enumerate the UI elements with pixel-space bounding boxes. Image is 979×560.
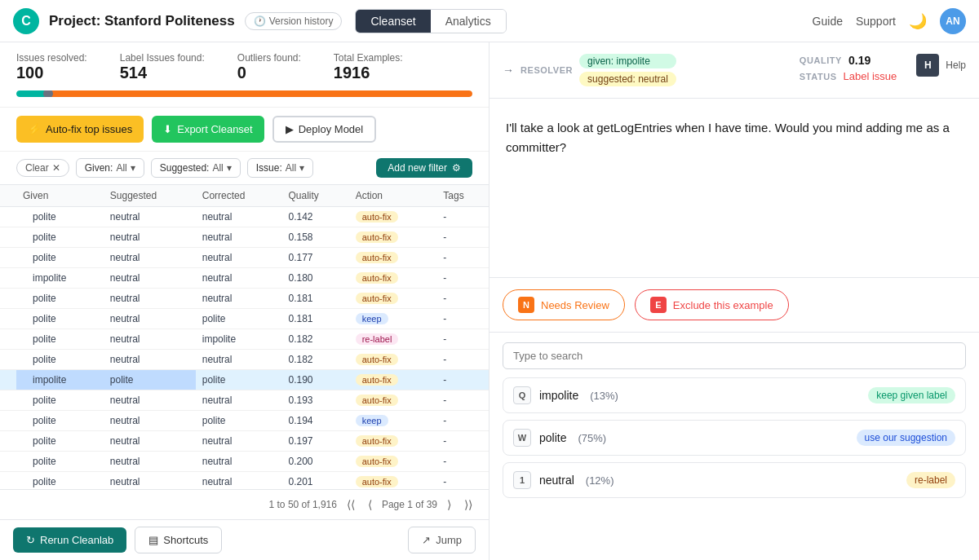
cell-given: impolite xyxy=(16,370,104,390)
autofix-label: Auto-fix top issues xyxy=(46,123,132,135)
label-option[interactable]: Q impolite (13%) keep given label xyxy=(503,377,966,413)
main-tabs: Cleanset Analytics xyxy=(355,9,506,33)
cell-suggested: polite xyxy=(104,370,196,390)
table-row[interactable]: impolite neutral neutral 0.180 auto-fix … xyxy=(0,268,489,289)
version-history-button[interactable]: 🕐 Version history xyxy=(245,12,343,30)
cell-quality: 0.181 xyxy=(282,289,349,309)
cell-corrected: polite xyxy=(196,309,282,329)
given-filter[interactable]: Given: All ▾ xyxy=(76,158,144,178)
row-index xyxy=(0,370,16,390)
row-index xyxy=(0,329,16,350)
cell-suggested: neutral xyxy=(104,390,196,411)
stat-outliers: Outliers found: 0 xyxy=(237,52,301,82)
deploy-button[interactable]: ▶ Deploy Model xyxy=(272,116,377,143)
cell-tags: - xyxy=(436,431,489,452)
export-label: Export Cleanset xyxy=(177,123,253,135)
table-row[interactable]: polite neutral neutral 0.181 auto-fix - xyxy=(0,289,489,309)
rerun-button[interactable]: ↻ Rerun Cleanlab xyxy=(13,527,126,553)
shortcuts-button[interactable]: ▤ Shortcuts xyxy=(135,527,222,553)
exclude-button[interactable]: E Exclude this example xyxy=(635,289,789,320)
col-action: Action xyxy=(349,185,437,207)
progress-marker xyxy=(43,90,53,97)
tab-analytics[interactable]: Analytics xyxy=(431,10,506,33)
jump-button[interactable]: ↗ Jump xyxy=(408,527,476,553)
cell-tags: - xyxy=(436,370,489,390)
export-button[interactable]: ⬇ Export Cleanset xyxy=(152,116,264,143)
rp-header: → RESOLVER given: impolite suggested: ne… xyxy=(490,42,979,99)
total-examples-label: Total Examples: xyxy=(334,52,403,64)
rp-quality: QUALITY 0.19 STATUS Label issue xyxy=(800,54,897,82)
table-row[interactable]: impolite polite polite 0.190 auto-fix - xyxy=(0,370,489,390)
cell-action: keep xyxy=(349,309,437,329)
resolver-label: RESOLVER xyxy=(521,65,573,75)
cell-suggested: neutral xyxy=(104,309,196,329)
cell-action: auto-fix xyxy=(349,452,437,472)
example-text: I'll take a look at getLogEntries when I… xyxy=(490,99,979,278)
table-row[interactable]: polite neutral impolite 0.182 re-label - xyxy=(0,329,489,350)
cell-tags: - xyxy=(436,390,489,411)
support-link[interactable]: Support xyxy=(856,15,896,28)
table-row[interactable]: polite neutral neutral 0.142 auto-fix - xyxy=(0,207,489,227)
data-table: Given Suggested Corrected Quality Action… xyxy=(0,185,489,489)
last-page-button[interactable]: ⟩⟩ xyxy=(461,496,476,513)
help-button[interactable]: H xyxy=(916,54,939,77)
issue-filter[interactable]: Issue: All ▾ xyxy=(247,158,313,178)
label-option[interactable]: W polite (75%) use our suggestion xyxy=(503,420,966,456)
cell-given: polite xyxy=(16,289,104,309)
table-row[interactable]: polite neutral neutral 0.201 auto-fix - xyxy=(0,472,489,490)
table-row[interactable]: polite neutral polite 0.194 keep - xyxy=(0,411,489,431)
autofix-button[interactable]: ⚡ Auto-fix top issues xyxy=(16,116,144,143)
row-index xyxy=(0,472,16,490)
cell-tags: - xyxy=(436,452,489,472)
action-badge: keep xyxy=(356,313,388,324)
cell-corrected: neutral xyxy=(196,390,282,411)
needs-review-label: Needs Review xyxy=(541,299,609,311)
row-index xyxy=(0,309,16,329)
action-badge: auto-fix xyxy=(356,395,398,406)
cell-tags: - xyxy=(436,329,489,350)
table-row[interactable]: polite neutral neutral 0.197 auto-fix - xyxy=(0,431,489,452)
chevron-down-icon2: ▾ xyxy=(227,162,232,174)
cell-tags: - xyxy=(436,289,489,309)
needs-review-key: N xyxy=(518,297,534,313)
version-history-label: Version history xyxy=(269,15,334,27)
action-badge: auto-fix xyxy=(356,374,398,386)
page-label: Page 1 of 39 xyxy=(382,499,437,510)
table-row[interactable]: polite neutral neutral 0.182 auto-fix - xyxy=(0,350,489,370)
cell-corrected: neutral xyxy=(196,268,282,289)
tab-cleanset[interactable]: Cleanset xyxy=(356,10,430,33)
first-page-button[interactable]: ⟨⟨ xyxy=(343,496,358,513)
next-page-button[interactable]: ⟩ xyxy=(444,496,454,513)
stats-bar: Issues resolved: 100 Label Issues found:… xyxy=(0,42,489,108)
actions-row: ⚡ Auto-fix top issues ⬇ Export Cleanset … xyxy=(0,108,489,152)
cell-corrected: neutral xyxy=(196,472,282,490)
label-left: W polite (75%) xyxy=(513,429,606,447)
avatar[interactable]: AN xyxy=(940,8,966,34)
col-tags: Tags xyxy=(436,185,489,207)
add-filter-button[interactable]: Add new filter ⚙ xyxy=(376,158,472,178)
table-row[interactable]: polite neutral neutral 0.193 auto-fix - xyxy=(0,390,489,411)
suggested-filter[interactable]: Suggested: All ▾ xyxy=(151,158,241,178)
action-badge: auto-fix xyxy=(356,293,398,304)
prev-page-button[interactable]: ⟨ xyxy=(365,496,375,513)
needs-review-button[interactable]: N Needs Review xyxy=(503,289,625,320)
dark-mode-toggle[interactable]: 🌙 xyxy=(909,12,927,30)
cell-corrected: neutral xyxy=(196,431,282,452)
cell-suggested: neutral xyxy=(104,248,196,268)
cell-suggested: neutral xyxy=(104,289,196,309)
action-badge: auto-fix xyxy=(356,456,398,467)
action-badge: re-label xyxy=(356,333,399,345)
action-badge: auto-fix xyxy=(356,435,398,447)
progress-fill xyxy=(16,90,472,97)
action-badge: auto-fix xyxy=(356,252,398,263)
search-input[interactable] xyxy=(503,342,966,369)
guide-link[interactable]: Guide xyxy=(813,15,843,28)
clear-filter-button[interactable]: Clear ✕ xyxy=(16,159,69,177)
table-row[interactable]: polite neutral neutral 0.158 auto-fix - xyxy=(0,227,489,248)
table-row[interactable]: polite neutral neutral 0.200 auto-fix - xyxy=(0,452,489,472)
table-row[interactable]: polite neutral polite 0.181 keep - xyxy=(0,309,489,329)
label-option[interactable]: 1 neutral (12%) re-label xyxy=(503,462,966,498)
shortcuts-label: Shortcuts xyxy=(163,534,208,546)
table-row[interactable]: polite neutral neutral 0.177 auto-fix - xyxy=(0,248,489,268)
row-index xyxy=(0,350,16,370)
